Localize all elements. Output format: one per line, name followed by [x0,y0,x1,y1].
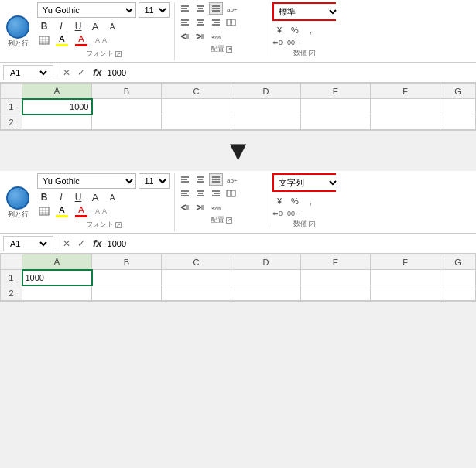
border-button-2[interactable] [37,204,51,218]
cell-f2-1[interactable] [371,114,440,130]
col-header-e-2[interactable]: E [301,254,371,270]
cell-f1-1[interactable] [371,99,440,114]
percent-button-1[interactable]: % [288,23,302,37]
border-button-1[interactable] [37,33,51,47]
cell-e1-2[interactable] [301,270,371,285]
col-header-c-2[interactable]: C [162,254,231,270]
fill-color-button-2[interactable]: A [53,205,70,217]
confirm-formula-1[interactable]: ✓ [75,67,87,79]
col-header-b-1[interactable]: B [92,84,162,99]
font-size-select-1[interactable]: 11 [139,2,170,18]
italic-button-2[interactable]: I [54,190,68,204]
cell-e1-1[interactable] [301,99,371,114]
col-header-a-1[interactable]: A [22,84,92,99]
cell-c2-2[interactable] [162,285,231,301]
cell-c1-2[interactable] [162,270,231,285]
cell-d1-1[interactable] [231,99,301,114]
font-group-expand-1[interactable]: ↗ [115,51,122,57]
col-header-e-1[interactable]: E [301,84,371,99]
bold-button-2[interactable]: B [37,190,51,204]
decimal-dec-2[interactable]: 00→ [287,210,302,217]
font-group-expand-2[interactable]: ↗ [115,222,122,228]
formula-input-1[interactable] [108,65,473,80]
font-color-button-2[interactable]: A [73,205,90,217]
font-select-2[interactable]: Yu Gothic [37,173,136,189]
indent-inc-1[interactable] [193,30,207,43]
col-header-g-2[interactable]: G [440,254,476,270]
font-size-select-2[interactable]: 11 [139,173,170,189]
align-group-expand-1[interactable]: ↗ [226,46,232,53]
cell-g2-2[interactable] [440,285,476,301]
cancel-formula-2[interactable]: ✕ [60,237,73,250]
merge-center-1[interactable] [224,16,238,29]
row-col-button-2[interactable]: 列と行 [3,184,33,221]
formula-input-2[interactable] [108,236,473,251]
align-right-2[interactable] [209,187,223,200]
cell-g1-1[interactable] [440,99,476,114]
cell-g1-2[interactable] [440,270,476,285]
comma-button-1[interactable]: , [303,23,317,37]
merge-center-2[interactable] [224,187,238,200]
align-top-left-2[interactable] [178,173,192,186]
align-center-1[interactable] [193,16,207,29]
indent-inc-2[interactable] [193,201,207,214]
font-size-inc-button-2[interactable]: A [88,190,102,204]
align-top-center-2[interactable] [193,173,207,186]
cell-d1-2[interactable] [231,270,301,285]
cell-a1-1[interactable]: 1000 [22,99,92,114]
cell-f1-2[interactable] [371,270,440,285]
align-top-left-1[interactable] [178,2,192,15]
row-col-button[interactable]: 列と行 [3,13,33,50]
wrap-text-1[interactable]: ab↵ [224,2,238,15]
cell-c2-1[interactable] [162,114,231,130]
cell-a2-2[interactable] [22,285,92,301]
cell-g2-1[interactable] [440,114,476,130]
font-size-dec-button-1[interactable]: A [105,19,119,33]
indent-dec-2[interactable] [178,201,192,214]
font-select-1[interactable]: Yu Gothic [37,2,136,18]
align-top-right-1[interactable] [209,2,223,15]
underline-button-2[interactable]: U [71,190,85,204]
align-left-1[interactable] [178,16,192,29]
font-size-inc-button-1[interactable]: A [88,19,102,33]
wrap-text-2[interactable]: ab↵ [224,173,238,186]
cell-a1-2[interactable]: 1000 [22,270,92,285]
confirm-formula-2[interactable]: ✓ [75,237,87,250]
align-top-right-2[interactable] [209,173,223,186]
col-header-a-2[interactable]: A [22,254,92,270]
cell-e2-1[interactable] [301,114,371,130]
align-group-expand-2[interactable]: ↗ [226,217,232,224]
number-group-expand-1[interactable]: ↗ [309,50,315,56]
number-format-select-1[interactable]: 標準 [274,4,339,19]
cell-ref-select-2[interactable]: A1 [7,238,50,249]
currency-button-1[interactable]: ¥ [272,23,286,37]
cell-d2-1[interactable] [231,114,301,130]
cell-b2-1[interactable] [92,114,162,130]
col-header-d-2[interactable]: D [231,254,301,270]
indent-dec-1[interactable] [178,30,192,43]
format-orient-1[interactable]: ⟲% [209,30,223,43]
align-right-1[interactable] [209,16,223,29]
format-orient-2[interactable]: ⟲% [209,201,223,214]
comma-button-2[interactable]: , [303,194,317,208]
cell-d2-2[interactable] [231,285,301,301]
align-left-2[interactable] [178,187,192,200]
decimal-inc-2[interactable]: ⬅0 [272,210,283,217]
col-header-f-2[interactable]: F [371,254,440,270]
decimal-dec-1[interactable]: 00→ [287,39,302,46]
align-center-2[interactable] [193,187,207,200]
col-header-g-1[interactable]: G [440,84,476,99]
fill-color-button-1[interactable]: A [53,34,70,46]
cell-c1-1[interactable] [162,99,231,114]
bold-button-1[interactable]: B [37,19,51,33]
font-size-dec-button-2[interactable]: A [105,190,119,204]
underline-button-1[interactable]: U [71,19,85,33]
col-header-c-1[interactable]: C [162,84,231,99]
col-header-b-2[interactable]: B [92,254,162,270]
cancel-formula-1[interactable]: ✕ [60,67,73,79]
cell-b1-2[interactable] [92,270,162,285]
italic-button-1[interactable]: I [54,19,68,33]
percent-button-2[interactable]: % [288,194,302,208]
align-top-center-1[interactable] [193,2,207,15]
number-format-select-2[interactable]: 文字列 [274,175,339,190]
